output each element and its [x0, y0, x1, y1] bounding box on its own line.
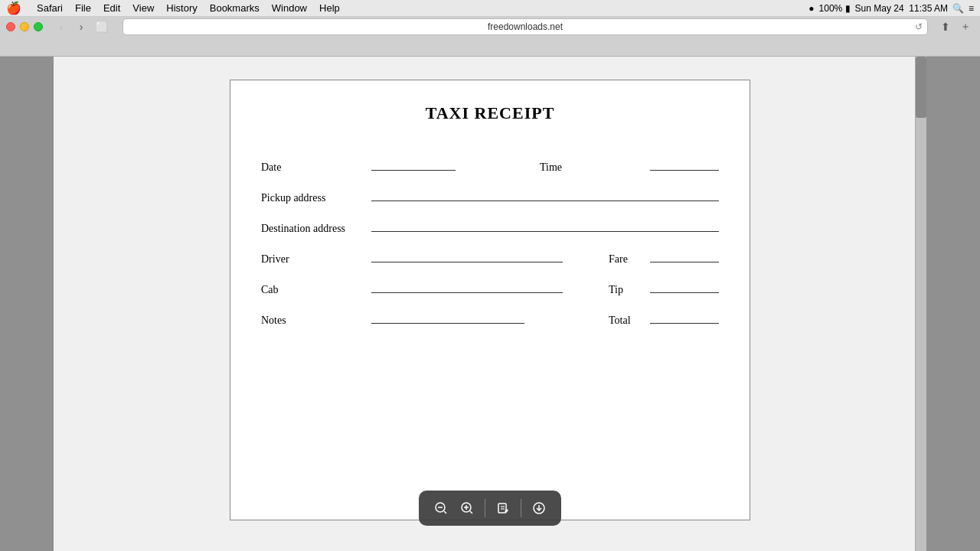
- pickup-line: [371, 189, 719, 201]
- svg-line-2: [444, 511, 446, 514]
- destination-label: Destination address: [261, 223, 368, 235]
- download-button[interactable]: [528, 497, 550, 520]
- notes-line: [371, 311, 524, 324]
- notes-field-group: Notes: [261, 311, 524, 327]
- driver-fare-row: Driver Fare: [261, 250, 719, 266]
- zoom-out-button[interactable]: [430, 497, 452, 520]
- pdf-toolbar: [419, 491, 561, 526]
- date-line: [371, 158, 456, 171]
- scrollbar[interactable]: [915, 57, 926, 551]
- menu-bar: 🍎 Safari File Edit View History Bookmark…: [0, 0, 980, 17]
- url-display: freedownloads.net: [488, 21, 563, 32]
- forward-button[interactable]: ›: [74, 19, 89, 34]
- browser-toolbar: ‹ › ⬜ freedownloads.net ↺ ⬆ ＋: [0, 17, 980, 37]
- tip-field-group: Tip: [609, 281, 719, 296]
- minimize-button[interactable]: [20, 22, 29, 31]
- menu-bar-status: ● 100% ▮ Sun May 24 11:35 AM 🔍 ≡: [808, 3, 974, 14]
- page-wrapper: TAXI RECEIPT Date Time: [54, 57, 926, 551]
- apple-menu[interactable]: 🍎: [6, 1, 21, 15]
- time-label: Time: [540, 161, 647, 174]
- date-field-group: Date: [261, 158, 456, 174]
- menu-edit[interactable]: Edit: [97, 0, 126, 17]
- destination-line: [371, 220, 719, 232]
- close-button[interactable]: [6, 22, 15, 31]
- receipt-body: Date Time Pickup address Destin: [261, 146, 719, 327]
- pickup-label: Pickup address: [261, 192, 368, 204]
- notes-label: Notes: [261, 315, 368, 327]
- annotate-button[interactable]: [492, 497, 514, 520]
- menu-window[interactable]: Window: [266, 0, 313, 17]
- driver-label: Driver: [261, 253, 368, 266]
- new-tab-button[interactable]: ＋: [957, 18, 974, 35]
- address-bar[interactable]: freedownloads.net ↺: [122, 18, 928, 35]
- sidebar-toggle-button[interactable]: ⬜: [93, 18, 110, 35]
- time-line: [650, 158, 719, 171]
- menu-bookmarks[interactable]: Bookmarks: [204, 0, 266, 17]
- fare-label: Fare: [609, 253, 647, 266]
- reload-button[interactable]: ↺: [915, 21, 923, 32]
- toolbar-divider-2: [521, 499, 521, 517]
- time-field-group: Time: [540, 158, 719, 174]
- maximize-button[interactable]: [34, 22, 43, 31]
- date-time-row: Date Time: [261, 158, 719, 174]
- destination-row: Destination address: [261, 220, 719, 235]
- menu-view[interactable]: View: [126, 0, 160, 17]
- wifi-icon: ●: [808, 3, 814, 14]
- toolbar-right: ⬆ ＋: [937, 18, 974, 35]
- fare-field-group: Fare: [609, 250, 719, 266]
- toolbar-divider-1: [485, 499, 485, 517]
- menu-history[interactable]: History: [160, 0, 203, 17]
- search-icon[interactable]: 🔍: [952, 3, 964, 14]
- notes-total-row: Notes Total: [261, 311, 719, 327]
- tip-line: [650, 281, 719, 293]
- svg-line-6: [470, 511, 472, 514]
- cab-tip-row: Cab Tip: [261, 281, 719, 296]
- battery-status: 100% ▮: [819, 3, 851, 14]
- menu-file[interactable]: File: [69, 0, 97, 17]
- browser-chrome: ‹ › ⬜ freedownloads.net ↺ ⬆ ＋: [0, 17, 980, 57]
- browser-content: TAXI RECEIPT Date Time: [0, 57, 980, 551]
- receipt-title: TAXI RECEIPT: [261, 103, 719, 123]
- traffic-lights: [6, 22, 43, 31]
- share-button[interactable]: ⬆: [937, 18, 954, 35]
- menu-safari[interactable]: Safari: [31, 0, 69, 17]
- total-label: Total: [609, 315, 647, 327]
- receipt-container: TAXI RECEIPT Date Time: [230, 80, 750, 520]
- cab-field-group: Cab: [261, 281, 563, 296]
- cab-line: [371, 281, 563, 293]
- back-button[interactable]: ‹: [54, 19, 69, 34]
- cab-label: Cab: [261, 284, 368, 296]
- datetime: Sun May 24 11:35 AM: [855, 3, 948, 14]
- menu-help[interactable]: Help: [313, 0, 346, 17]
- fare-line: [650, 250, 719, 262]
- pickup-row: Pickup address: [261, 189, 719, 204]
- tip-label: Tip: [609, 284, 647, 296]
- zoom-in-button[interactable]: [456, 497, 479, 520]
- driver-line: [371, 250, 563, 262]
- total-field-group: Total: [609, 311, 719, 327]
- control-center-icon[interactable]: ≡: [969, 3, 974, 14]
- scrollbar-thumb[interactable]: [916, 57, 926, 118]
- date-label: Date: [261, 161, 368, 174]
- driver-field-group: Driver: [261, 250, 563, 266]
- total-line: [650, 311, 719, 324]
